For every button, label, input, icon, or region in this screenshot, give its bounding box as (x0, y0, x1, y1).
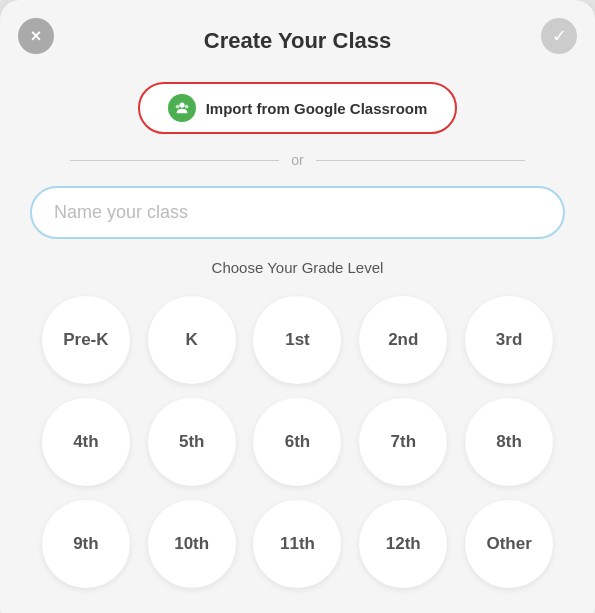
grade-grid: Pre-KK1st2nd3rd4th5th6th7th8th9th10th11t… (30, 296, 565, 588)
grade-button[interactable]: 1st (253, 296, 341, 384)
class-name-input[interactable] (30, 186, 565, 239)
grade-button[interactable]: 2nd (359, 296, 447, 384)
dialog-title: Create Your Class (30, 28, 565, 54)
grade-button[interactable]: 6th (253, 398, 341, 486)
google-import-label: Import from Google Classroom (206, 100, 428, 117)
grade-button[interactable]: 3rd (465, 296, 553, 384)
grade-button[interactable]: Pre-K (42, 296, 130, 384)
google-classroom-icon (168, 94, 196, 122)
grade-button[interactable]: K (148, 296, 236, 384)
grade-button[interactable]: 8th (465, 398, 553, 486)
google-import-wrapper: Import from Google Classroom (30, 82, 565, 134)
grade-label: Choose Your Grade Level (30, 259, 565, 276)
grade-button[interactable]: Other (465, 500, 553, 588)
divider-line-right (316, 160, 525, 161)
divider-line-left (70, 160, 279, 161)
google-import-button[interactable]: Import from Google Classroom (138, 82, 458, 134)
grade-button[interactable]: 4th (42, 398, 130, 486)
close-button[interactable]: × (18, 18, 54, 54)
divider-row: or (70, 152, 525, 168)
grade-button[interactable]: 11th (253, 500, 341, 588)
grade-button[interactable]: 5th (148, 398, 236, 486)
grade-button[interactable]: 10th (148, 500, 236, 588)
grade-button[interactable]: 12th (359, 500, 447, 588)
confirm-button[interactable]: ✓ (541, 18, 577, 54)
create-class-dialog: × ✓ Create Your Class Import from Google… (0, 0, 595, 613)
check-icon: ✓ (552, 25, 567, 47)
divider-or-text: or (291, 152, 303, 168)
svg-point-1 (175, 105, 179, 109)
close-icon: × (31, 26, 42, 47)
svg-point-0 (179, 102, 184, 107)
grade-button[interactable]: 9th (42, 500, 130, 588)
grade-button[interactable]: 7th (359, 398, 447, 486)
svg-point-2 (184, 105, 188, 109)
